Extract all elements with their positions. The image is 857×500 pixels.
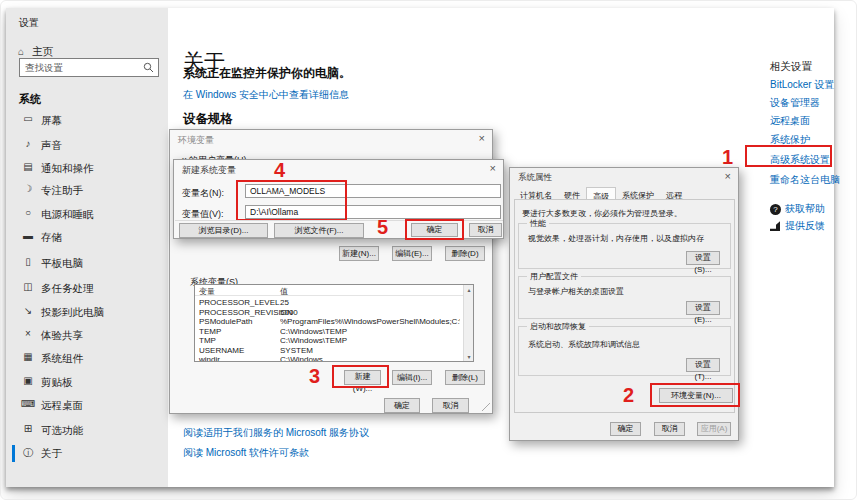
table-row[interactable]: windirC:\Windows xyxy=(195,355,461,362)
sidebar-item-label: 系统组件 xyxy=(41,352,83,366)
sidebar-item-shared-experiences[interactable]: ×体验共享 xyxy=(6,325,168,347)
variable-name-cell: TMP xyxy=(199,336,216,345)
advanced-system-settings-link[interactable]: 高级系统设置 xyxy=(770,153,830,167)
variable-name-cell: PROCESSOR_REVISION xyxy=(199,308,293,317)
remote-desktop-link[interactable]: 远程桌面 xyxy=(770,114,810,128)
sidebar-item-focus-assist[interactable]: ☽专注助手 xyxy=(6,180,168,202)
env-cancel-button[interactable]: 取消 xyxy=(432,398,469,413)
sidebar-item-notifications[interactable]: ▤通知和操作 xyxy=(6,158,168,180)
device-manager-link[interactable]: 设备管理器 xyxy=(770,96,820,110)
table-row[interactable]: PSModulePath%ProgramFiles%\WindowsPowerS… xyxy=(195,317,461,327)
screenshot-root: 设置 ⌂主页 查找设置 系统 ▭屏幕♪声音▤通知和操作☽专注助手○电源和睡眠▬存… xyxy=(0,0,857,500)
startup-recovery-settings-button[interactable]: 设置(T)... xyxy=(686,358,720,372)
sysprops-cancel-button[interactable]: 取消 xyxy=(654,422,685,436)
table-header: 变量 值 xyxy=(195,285,473,296)
col-value: 值 xyxy=(280,286,288,297)
new-var-cancel-button[interactable]: 取消 xyxy=(469,223,502,237)
variable-name-cell: PSModulePath xyxy=(199,317,252,326)
startup-recovery-group: 启动和故障恢复 系统启动、系统故障和调试信息 设置(T)... xyxy=(518,326,731,376)
system-properties-dialog: 系统属性 × 计算机名硬件高级系统保护远程 要进行大多数更改，你必须作为管理员登… xyxy=(509,167,739,441)
resize-grip[interactable] xyxy=(482,403,490,411)
optional-features-icon: ⊞ xyxy=(21,423,35,434)
settings-sidebar: 设置 ⌂主页 查找设置 系统 ▭屏幕♪声音▤通知和操作☽专注助手○电源和睡眠▬存… xyxy=(6,8,168,487)
variable-value-input[interactable]: D:\AI\Ollama xyxy=(245,205,501,219)
variable-value-cell: C:\Windows\TEMP xyxy=(280,336,460,345)
performance-group: 性能 视觉效果，处理器计划，内存使用，以及虚拟内存 设置(S)... xyxy=(518,223,731,269)
sidebar-item-display[interactable]: ▭屏幕 xyxy=(6,110,168,132)
table-row[interactable]: TEMPC:\Windows\TEMP xyxy=(195,327,461,337)
system-delete-button[interactable]: 删除(L) xyxy=(445,370,485,385)
env-dialog-close-icon[interactable]: × xyxy=(479,132,485,144)
sidebar-item-label: 关于 xyxy=(41,447,62,461)
system-edit-button[interactable]: 编辑(I)... xyxy=(392,370,432,385)
annotation-digit-5: 5 xyxy=(377,216,388,239)
env-dialog-title: 环境变量 xyxy=(178,134,214,147)
variable-name-input[interactable]: OLLAMA_MODELS xyxy=(245,184,501,198)
table-row[interactable]: USERNAMESYSTEM xyxy=(195,346,461,356)
sidebar-item-optional-features[interactable]: ⊞可选功能 xyxy=(6,420,168,442)
sidebar-item-label: 声音 xyxy=(41,139,62,153)
new-var-dialog-close-icon[interactable]: × xyxy=(490,162,496,174)
sidebar-item-sound[interactable]: ♪声音 xyxy=(6,135,168,157)
table-row[interactable]: PROCESSOR_LEVEL25 xyxy=(195,298,461,308)
sidebar-item-projecting[interactable]: ↘投影到此电脑 xyxy=(6,302,168,324)
sidebar-item-tablet[interactable]: ▯平板电脑 xyxy=(6,253,168,275)
table-row[interactable]: PROCESSOR_REVISION5000 xyxy=(195,308,461,318)
env-ok-button[interactable]: 确定 xyxy=(384,398,420,413)
performance-desc: 视觉效果，处理器计划，内存使用，以及虚拟内存 xyxy=(528,233,704,244)
table-rows: PROCESSOR_LEVEL25PROCESSOR_REVISION5000P… xyxy=(195,298,461,362)
user-profiles-label: 用户配置文件 xyxy=(527,271,581,282)
table-row[interactable]: TMPC:\Windows\TEMP xyxy=(195,336,461,346)
sysprops-close-icon[interactable]: × xyxy=(725,170,731,182)
home-label: 主页 xyxy=(32,45,53,57)
sidebar-item-clipboard[interactable]: ▣剪贴板 xyxy=(6,372,168,394)
user-new-button[interactable]: 新建(N)... xyxy=(339,246,379,261)
sidebar-item-about[interactable]: ⓘ关于 xyxy=(6,443,168,465)
license-terms-link[interactable]: 阅读 Microsoft 软件许可条款 xyxy=(183,446,309,460)
sidebar-item-label: 电源和睡眠 xyxy=(41,208,94,222)
col-variable: 变量 xyxy=(199,286,215,297)
sidebar-item-home[interactable]: ⌂主页 xyxy=(18,45,53,59)
security-center-link[interactable]: 在 Windows 安全中心中查看详细信息 xyxy=(183,88,349,102)
variable-name-cell: windir xyxy=(199,355,220,362)
sidebar-item-label: 剪贴板 xyxy=(41,376,73,390)
user-edit-button[interactable]: 编辑(E)... xyxy=(392,246,432,261)
table-scrollbar[interactable]: ▴ ▾ xyxy=(463,285,473,361)
sysprops-ok-button[interactable]: 确定 xyxy=(610,422,641,436)
display-icon: ▭ xyxy=(21,113,35,124)
system-variables-table[interactable]: 变量 值 PROCESSOR_LEVEL25PROCESSOR_REVISION… xyxy=(194,284,474,362)
sidebar-item-remote-desktop[interactable]: ⌨远程桌面 xyxy=(6,395,168,417)
annotation-digit-3: 3 xyxy=(309,365,320,388)
new-var-ok-button[interactable]: 确定 xyxy=(411,223,458,237)
help-icon: ? xyxy=(770,204,781,215)
feedback-label: 提供反馈 xyxy=(785,220,825,231)
new-var-dialog-title: 新建系统变量 xyxy=(182,164,236,177)
sysprops-apply-button: 应用(A) xyxy=(697,422,731,436)
search-input[interactable]: 查找设置 xyxy=(19,58,159,77)
system-protection-link[interactable]: 系统保护 xyxy=(770,133,810,147)
scroll-down-icon[interactable]: ▾ xyxy=(464,353,474,360)
scroll-up-icon[interactable]: ▴ xyxy=(464,286,474,293)
feedback-link[interactable]: 提供反馈 xyxy=(770,219,825,233)
annotation-digit-4: 4 xyxy=(274,159,285,182)
storage-icon: ▬ xyxy=(21,230,35,241)
sidebar-item-storage[interactable]: ▬存储 xyxy=(6,227,168,249)
selected-indicator xyxy=(12,445,15,462)
services-agreement-link[interactable]: 阅读适用于我们服务的 Microsoft 服务协议 xyxy=(183,426,369,440)
user-profiles-group: 用户配置文件 与登录帐户相关的桌面设置 设置(E)... xyxy=(518,276,731,319)
sidebar-item-system-components[interactable]: ▦系统组件 xyxy=(6,348,168,370)
rename-pc-link[interactable]: 重命名这台电脑 xyxy=(770,173,840,187)
environment-variables-button[interactable]: 环境变量(N)... xyxy=(659,388,733,403)
sidebar-item-power-sleep[interactable]: ○电源和睡眠 xyxy=(6,204,168,226)
sidebar-item-multitasking[interactable]: ◫多任务处理 xyxy=(6,278,168,300)
bitlocker-settings-link[interactable]: BitLocker 设置 xyxy=(770,78,834,92)
shared-experiences-icon: × xyxy=(21,328,35,339)
system-new-button[interactable]: 新建(W)... xyxy=(344,370,381,385)
performance-settings-button[interactable]: 设置(S)... xyxy=(686,251,720,265)
browse-file-button[interactable]: 浏览文件(F)... xyxy=(274,223,364,238)
remote-desktop-icon: ⌨ xyxy=(21,398,35,409)
get-help-link[interactable]: ?获取帮助 xyxy=(770,202,825,216)
browse-directory-button[interactable]: 浏览目录(D)... xyxy=(179,223,268,238)
user-profiles-settings-button[interactable]: 设置(E)... xyxy=(686,301,720,315)
user-delete-button[interactable]: 删除(D) xyxy=(445,246,485,261)
